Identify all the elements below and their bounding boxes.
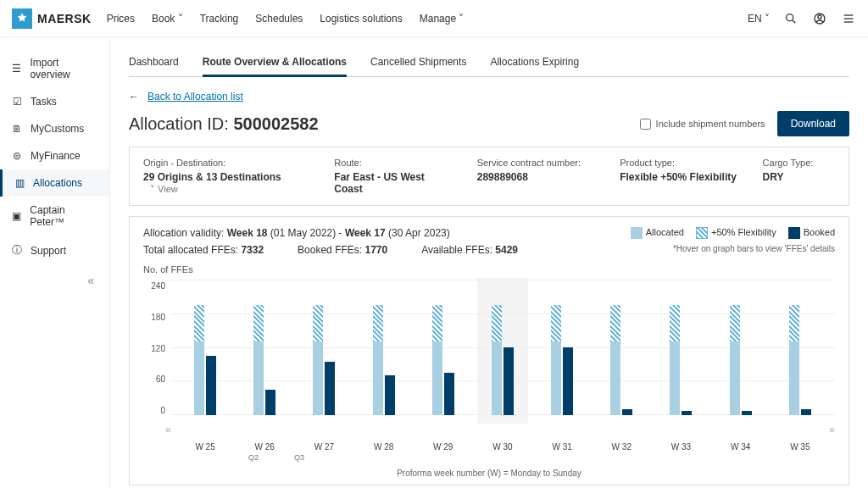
info-product: Product type: Flexible +50% Flexibility [620,158,740,195]
nav-tracking[interactable]: Tracking [200,13,239,25]
back-row: ← Back to Allocation list [129,91,849,103]
sidebar-item-allocations[interactable]: ▥Allocations [0,169,109,197]
bar-group-W27[interactable] [303,280,344,415]
y-axis-ticks: 240180120600 [143,280,165,415]
back-link[interactable]: Back to Allocation list [147,91,243,103]
nav-book[interactable]: Book ˅ [152,13,183,25]
download-list-icon: ☰ [10,63,23,75]
nav-manage[interactable]: Manage ˅ [420,13,465,25]
svg-line-1 [793,20,795,23]
menu-icon[interactable] [841,11,856,26]
bar-group-W33[interactable] [660,280,701,415]
tab-bar: Dashboard Route Overview & Allocations C… [129,49,849,77]
swatch-allocated [631,227,643,239]
nav-schedules[interactable]: Schedules [255,13,303,25]
sidebar-item-myfinance[interactable]: ⊜MyFinance [0,142,109,169]
info-card: Origin - Destination: 29 Origins & 13 De… [129,147,849,206]
collapse-sidebar-button[interactable]: « [0,265,109,287]
y-axis-label: No. of FFEs [143,264,835,274]
chart-bars-icon: ▥ [13,177,26,189]
stats-row: Total allocated FFEs: 7332 Booked FFEs: … [143,244,835,256]
document-icon: 🗎 [10,123,24,135]
nav-logistics[interactable]: Logistics solutions [320,13,402,25]
info-route: Route: Far East - US West Coast [334,158,454,195]
swatch-booked [788,227,800,239]
main-content: Dashboard Route Overview & Allocations C… [110,37,868,488]
chart-legend: Allocated +50% Flexibility Booked [631,227,835,239]
info-icon: ⓘ [10,243,24,258]
arrow-left-icon: ← [129,91,139,103]
top-utilities: EN ˅ [748,11,856,26]
validity-text: Allocation validity: Week 18 (01 May 202… [143,227,450,239]
bar-group-W30[interactable] [482,280,523,415]
download-button[interactable]: Download [777,111,849,136]
sidebar-item-captain-peter[interactable]: ▣Captain Peter™ [0,197,109,236]
sidebar-item-support[interactable]: ⓘSupport [0,236,109,265]
bar-group-W34[interactable] [721,280,761,415]
lang-switch[interactable]: EN ˅ [748,13,770,25]
include-shipment-checkbox[interactable]: Include shipment numbers [640,119,765,130]
view-orig-dest-link[interactable]: ˅ View [150,184,178,194]
title-row: Allocation ID: 500002582 Include shipmen… [129,111,849,136]
swatch-flexibility [696,227,708,239]
search-icon[interactable] [783,11,798,26]
tab-route-overview[interactable]: Route Overview & Allocations [203,49,347,77]
brand-name: MAERSK [37,12,92,25]
bar-group-W32[interactable] [601,280,642,415]
check-icon: ☑ [10,96,24,108]
container-icon: ▣ [10,210,23,222]
info-origin-destination: Origin - Destination: 29 Origins & 13 De… [143,158,312,195]
nav-prices[interactable]: Prices [107,13,135,25]
sidebar-item-mycustoms[interactable]: 🗎MyCustoms [0,115,109,142]
bar-group-W29[interactable] [423,280,464,415]
sidebar: ☰Import overview ☑Tasks 🗎MyCustoms ⊜MyFi… [0,37,110,488]
top-bar: MAERSK Prices Book ˅ Tracking Schedules … [0,0,868,37]
bars-area [170,280,835,415]
tab-dashboard[interactable]: Dashboard [129,49,179,76]
hover-hint: *Hover on graph bars to view 'FFEs' deta… [673,244,835,256]
logo-icon [12,8,32,29]
account-icon[interactable] [812,11,827,26]
dollar-icon: ⊜ [10,150,24,162]
sidebar-item-import[interactable]: ☰Import overview [0,49,109,88]
svg-point-3 [818,15,821,19]
bar-group-W35[interactable] [780,280,821,415]
bar-group-W28[interactable] [364,280,404,415]
chart-next-button[interactable]: » [829,424,835,435]
x-axis-title: Proforma week number (W) = Monday to Sun… [143,469,835,478]
info-cargo: Cargo Type: DRY [763,158,835,195]
brand-logo[interactable]: MAERSK [12,8,92,29]
bar-group-W31[interactable] [542,280,582,415]
page-title: Allocation ID: 500002582 [129,114,319,134]
bar-group-W25[interactable] [185,280,225,415]
top-nav: Prices Book ˅ Tracking Schedules Logisti… [107,13,732,25]
info-contract: Service contract number: 289889068 [477,158,598,195]
include-shipment-input[interactable] [640,119,651,130]
svg-point-0 [787,14,793,20]
chart: 240180120600 [143,280,835,424]
bar-group-W26[interactable] [244,280,285,415]
tab-cancelled[interactable]: Cancelled Shipments [370,49,466,76]
tab-expiring[interactable]: Allocations Expiring [490,49,579,76]
x-axis-labels: W 25W 26W 27W 28W 29W 30W 31W 32W 33W 34… [170,437,835,452]
chart-prev-button[interactable]: « [165,424,171,435]
sidebar-item-tasks[interactable]: ☑Tasks [0,88,109,115]
chart-block: Allocation validity: Week 18 (01 May 202… [129,216,849,485]
